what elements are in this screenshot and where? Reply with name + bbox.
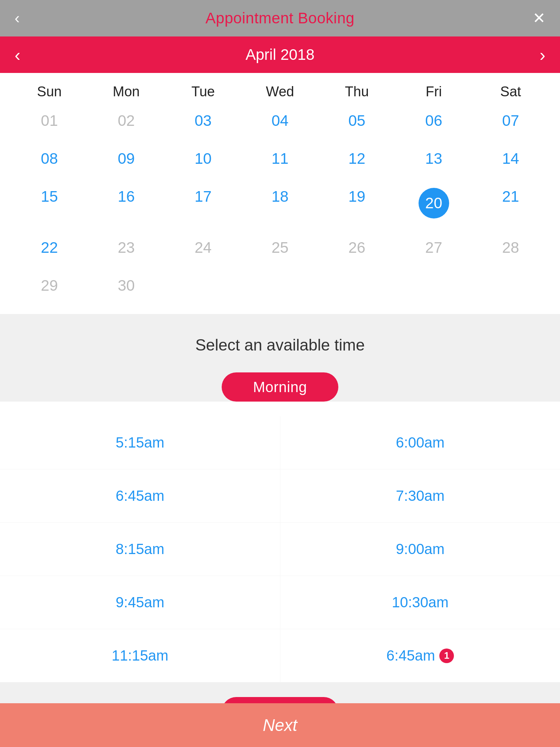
day-header-wed: Wed bbox=[242, 84, 319, 100]
top-bar: ‹ Appointment Booking ✕ bbox=[0, 0, 560, 36]
calendar-day-07[interactable]: 07 bbox=[472, 107, 549, 135]
calendar-day-04[interactable]: 04 bbox=[242, 107, 319, 135]
day-header-tue: Tue bbox=[165, 84, 242, 100]
time-slot-515am[interactable]: 5:15am bbox=[0, 416, 280, 469]
calendar-day-empty-5 bbox=[472, 272, 549, 299]
day-headers: Sun Mon Tue Wed Thu Fri Sat bbox=[11, 73, 549, 107]
bottom-bar: Next bbox=[0, 703, 560, 747]
day-header-mon: Mon bbox=[88, 84, 165, 100]
month-title: April 2018 bbox=[245, 46, 314, 63]
calendar-day-10[interactable]: 10 bbox=[165, 145, 242, 173]
next-month-button[interactable]: › bbox=[540, 45, 545, 65]
calendar-day-24[interactable]: 24 bbox=[165, 234, 242, 262]
close-button[interactable]: ✕ bbox=[533, 11, 545, 26]
calendar-day-25[interactable]: 25 bbox=[242, 234, 319, 262]
calendar-day-19[interactable]: 19 bbox=[318, 183, 395, 224]
calendar-day-16[interactable]: 16 bbox=[88, 183, 165, 224]
calendar-day-17[interactable]: 17 bbox=[165, 183, 242, 224]
time-slot-600am[interactable]: 6:00am bbox=[280, 416, 560, 469]
calendar-day-empty-1 bbox=[165, 272, 242, 299]
calendar-day-20[interactable]: 20 bbox=[395, 183, 472, 224]
next-button[interactable]: Next bbox=[263, 715, 298, 735]
calendar-day-21[interactable]: 21 bbox=[472, 183, 549, 224]
calendar-day-27[interactable]: 27 bbox=[395, 234, 472, 262]
calendar-day-22[interactable]: 22 bbox=[11, 234, 88, 262]
calendar-day-01[interactable]: 01 bbox=[11, 107, 88, 135]
time-slot-645am-2-label: 6:45am bbox=[386, 647, 435, 664]
calendar-day-02[interactable]: 02 bbox=[88, 107, 165, 135]
calendar-day-15[interactable]: 15 bbox=[11, 183, 88, 224]
calendar-day-14[interactable]: 14 bbox=[472, 145, 549, 173]
time-slot-badge: 1 bbox=[439, 649, 454, 663]
time-slot-900am[interactable]: 9:00am bbox=[280, 523, 560, 576]
calendar-day-05[interactable]: 05 bbox=[318, 107, 395, 135]
calendar-day-28[interactable]: 28 bbox=[472, 234, 549, 262]
calendar-day-12[interactable]: 12 bbox=[318, 145, 395, 173]
day-header-sun: Sun bbox=[11, 84, 88, 100]
month-nav: ‹ April 2018 › bbox=[0, 36, 560, 73]
calendar-day-30[interactable]: 30 bbox=[88, 272, 165, 299]
calendar-day-18[interactable]: 18 bbox=[242, 183, 319, 224]
time-slot-645am-2[interactable]: 6:45am 1 bbox=[280, 629, 560, 682]
day-header-thu: Thu bbox=[318, 84, 395, 100]
calendar-grid: 01 02 03 04 05 06 07 08 09 10 11 12 13 1… bbox=[11, 107, 549, 299]
calendar-day-08[interactable]: 08 bbox=[11, 145, 88, 173]
prev-month-button[interactable]: ‹ bbox=[15, 45, 20, 65]
calendar-day-23[interactable]: 23 bbox=[88, 234, 165, 262]
calendar-day-26[interactable]: 26 bbox=[318, 234, 395, 262]
time-slot-945am[interactable]: 9:45am bbox=[0, 576, 280, 629]
back-button[interactable]: ‹ bbox=[15, 11, 20, 26]
calendar-day-empty-3 bbox=[318, 272, 395, 299]
day-header-sat: Sat bbox=[472, 84, 549, 100]
time-section-title: Select an available time bbox=[0, 336, 560, 354]
calendar-day-13[interactable]: 13 bbox=[395, 145, 472, 173]
times-grid: 5:15am 6:00am 6:45am 7:30am 8:15am 9:00a… bbox=[0, 416, 560, 682]
app-title: Appointment Booking bbox=[206, 9, 355, 27]
calendar-day-empty-2 bbox=[242, 272, 319, 299]
time-slot-815am[interactable]: 8:15am bbox=[0, 523, 280, 576]
calendar-day-20-selected[interactable]: 20 bbox=[419, 188, 449, 218]
day-header-fri: Fri bbox=[395, 84, 472, 100]
time-slot-645am[interactable]: 6:45am bbox=[0, 469, 280, 523]
calendar-day-09[interactable]: 09 bbox=[88, 145, 165, 173]
time-slot-730am[interactable]: 7:30am bbox=[280, 469, 560, 523]
time-slot-1115am[interactable]: 11:15am bbox=[0, 629, 280, 682]
morning-button[interactable]: Morning bbox=[222, 372, 338, 402]
calendar-day-03[interactable]: 03 bbox=[165, 107, 242, 135]
time-section: Select an available time Morning bbox=[0, 314, 560, 402]
calendar-day-empty-4 bbox=[395, 272, 472, 299]
calendar-day-29[interactable]: 29 bbox=[11, 272, 88, 299]
calendar-day-06[interactable]: 06 bbox=[395, 107, 472, 135]
calendar: Sun Mon Tue Wed Thu Fri Sat 01 02 03 04 … bbox=[0, 73, 560, 314]
calendar-day-11[interactable]: 11 bbox=[242, 145, 319, 173]
time-slot-1030am[interactable]: 10:30am bbox=[280, 576, 560, 629]
